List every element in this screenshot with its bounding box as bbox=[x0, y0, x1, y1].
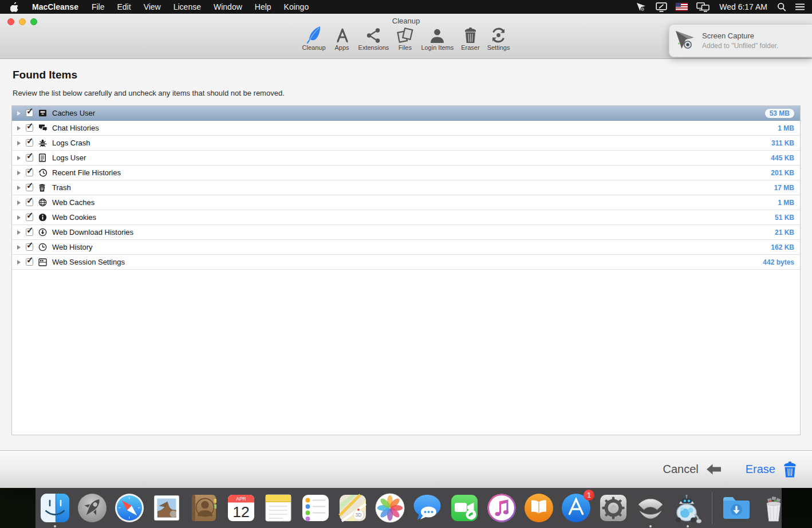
menu-edit[interactable]: Edit bbox=[111, 2, 137, 11]
toolbar-login-items[interactable]: Login Items bbox=[421, 26, 454, 51]
toolbar-settings[interactable]: Settings bbox=[487, 26, 510, 51]
erase-button[interactable]: Erase bbox=[746, 462, 797, 478]
list-item[interactable]: ✓Web Cookies51 KB bbox=[12, 210, 800, 225]
dock-trash-full-icon[interactable] bbox=[757, 491, 790, 525]
item-checkbox[interactable]: ✓ bbox=[26, 228, 33, 236]
item-label: Logs User bbox=[52, 153, 86, 162]
toolbar-extensions[interactable]: Extensions bbox=[358, 26, 389, 51]
list-item[interactable]: ✓Caches User53 MB bbox=[12, 106, 800, 121]
apple-menu-icon[interactable] bbox=[7, 2, 25, 12]
list-item[interactable]: ✓Web History162 KB bbox=[12, 240, 800, 255]
item-checkbox[interactable]: ✓ bbox=[26, 243, 33, 251]
item-size: 201 KB bbox=[771, 169, 800, 177]
dock-photos-icon[interactable] bbox=[373, 491, 407, 525]
item-checkbox[interactable]: ✓ bbox=[26, 258, 33, 266]
menu-file[interactable]: File bbox=[85, 2, 111, 11]
display-edit-status-icon[interactable] bbox=[656, 2, 667, 12]
disclosure-triangle-icon[interactable] bbox=[17, 215, 21, 220]
list-item[interactable]: ✓Web Session Settings442 bytes bbox=[12, 255, 800, 270]
dock-facetime-icon[interactable] bbox=[448, 491, 481, 525]
item-checkbox[interactable]: ✓ bbox=[26, 214, 33, 221]
dock-system-preferences-icon[interactable] bbox=[597, 491, 630, 525]
notification-center-icon[interactable] bbox=[795, 3, 805, 11]
menu-bar-clock[interactable]: Wed 6:17 AM bbox=[719, 2, 767, 11]
disclosure-triangle-icon[interactable] bbox=[17, 230, 21, 235]
dock-itunes-icon[interactable] bbox=[485, 491, 518, 525]
menu-window[interactable]: Window bbox=[207, 2, 249, 11]
item-checkbox[interactable]: ✓ bbox=[26, 169, 33, 176]
list-item[interactable]: ✓Recent File Histories201 KB bbox=[12, 166, 800, 180]
dock-contacts-icon[interactable] bbox=[187, 491, 220, 525]
disclosure-triangle-icon[interactable] bbox=[17, 200, 21, 205]
menu-bar: MacCleanse FileEditViewLicenseWindowHelp… bbox=[0, 0, 812, 14]
item-checkbox[interactable]: ✓ bbox=[26, 199, 33, 206]
cancel-button[interactable]: Cancel bbox=[663, 463, 721, 476]
menu-bar-status: Wed 6:17 AM bbox=[636, 2, 805, 12]
displays-status-icon[interactable] bbox=[696, 2, 709, 12]
list-item[interactable]: ✓Logs Crash311 KB bbox=[12, 136, 800, 151]
toolbar-apps[interactable]: Apps bbox=[333, 26, 351, 51]
dock-reminders-icon[interactable] bbox=[299, 491, 332, 525]
list-item[interactable]: ✓Trash17 MB bbox=[12, 180, 800, 195]
us-flag-icon[interactable] bbox=[676, 3, 688, 11]
list-item[interactable]: ✓Web Caches1 MB bbox=[12, 195, 800, 210]
menu-koingo[interactable]: Koingo bbox=[278, 2, 316, 11]
bug-icon bbox=[38, 139, 48, 147]
item-checkbox[interactable]: ✓ bbox=[26, 154, 33, 161]
list-item[interactable]: ✓Web Download Histories21 KB bbox=[12, 225, 800, 240]
dock-launchpad-icon[interactable] bbox=[76, 491, 109, 525]
disclosure-triangle-icon[interactable] bbox=[17, 141, 21, 145]
erase-label: Erase bbox=[746, 463, 775, 476]
close-button[interactable] bbox=[7, 18, 14, 25]
disclosure-triangle-icon[interactable] bbox=[17, 156, 21, 160]
dock-maccleanse-icon[interactable] bbox=[671, 491, 704, 525]
item-label: Caches User bbox=[52, 109, 95, 117]
disclosure-triangle-icon[interactable] bbox=[17, 111, 21, 116]
chat-bubbles-icon bbox=[38, 124, 48, 132]
list-item[interactable]: ✓Logs User445 KB bbox=[12, 151, 800, 166]
spotlight-search-icon[interactable] bbox=[777, 2, 786, 12]
window-pane-icon bbox=[38, 258, 48, 266]
toolbar-eraser[interactable]: Eraser bbox=[461, 26, 479, 51]
disclosure-triangle-icon[interactable] bbox=[17, 260, 21, 265]
disclosure-triangle-icon[interactable] bbox=[17, 171, 21, 175]
menu-view[interactable]: View bbox=[137, 2, 167, 11]
dock-mail-icon[interactable] bbox=[150, 491, 183, 525]
menu-app-name[interactable]: MacCleanse bbox=[25, 2, 85, 11]
minimize-button[interactable] bbox=[19, 18, 26, 25]
dock-messages-icon[interactable] bbox=[411, 491, 444, 525]
dock-finder-icon[interactable] bbox=[38, 491, 72, 525]
toolbar-cleanup[interactable]: Cleanup bbox=[302, 26, 326, 51]
toolbar-files[interactable]: Files bbox=[396, 26, 413, 51]
trash-icon bbox=[38, 183, 48, 192]
disclosure-triangle-icon[interactable] bbox=[17, 245, 21, 250]
zoom-button[interactable] bbox=[30, 18, 37, 25]
globe-icon bbox=[38, 198, 48, 207]
item-checkbox[interactable]: ✓ bbox=[26, 139, 33, 147]
screen-capture-status-icon[interactable] bbox=[636, 2, 647, 12]
disclosure-triangle-icon[interactable] bbox=[17, 186, 21, 190]
toolbar-label: Settings bbox=[487, 44, 510, 51]
dock-maps-icon[interactable]: 3D bbox=[336, 491, 369, 525]
dock-silver-app-icon[interactable] bbox=[634, 491, 667, 525]
menu-license[interactable]: License bbox=[167, 2, 207, 11]
doc-lines-icon bbox=[38, 153, 48, 162]
clock-icon bbox=[38, 243, 48, 251]
dock-notes-icon[interactable] bbox=[262, 491, 295, 525]
dock-ibooks-icon[interactable] bbox=[522, 491, 555, 525]
item-checkbox[interactable]: ✓ bbox=[26, 124, 33, 132]
gear-swirl-icon bbox=[490, 26, 507, 44]
item-size: 442 bytes bbox=[763, 258, 800, 266]
item-size: 17 MB bbox=[774, 184, 800, 192]
traffic-lights bbox=[7, 18, 37, 25]
item-checkbox[interactable]: ✓ bbox=[26, 184, 33, 191]
disclosure-triangle-icon[interactable] bbox=[17, 126, 21, 131]
list-item[interactable]: ✓Chat Histories1 MB bbox=[12, 121, 800, 136]
dock-app-store-icon[interactable]: 1 bbox=[559, 491, 593, 525]
dock-calendar-icon[interactable]: APR12 bbox=[224, 491, 258, 525]
dock-safari-icon[interactable] bbox=[113, 491, 146, 525]
menu-help[interactable]: Help bbox=[249, 2, 278, 11]
item-checkbox[interactable]: ✓ bbox=[26, 109, 33, 117]
dock-downloads-icon[interactable] bbox=[720, 491, 753, 525]
notification-banner[interactable]: Screen Capture Added to "Unfiled" folder… bbox=[669, 24, 812, 57]
